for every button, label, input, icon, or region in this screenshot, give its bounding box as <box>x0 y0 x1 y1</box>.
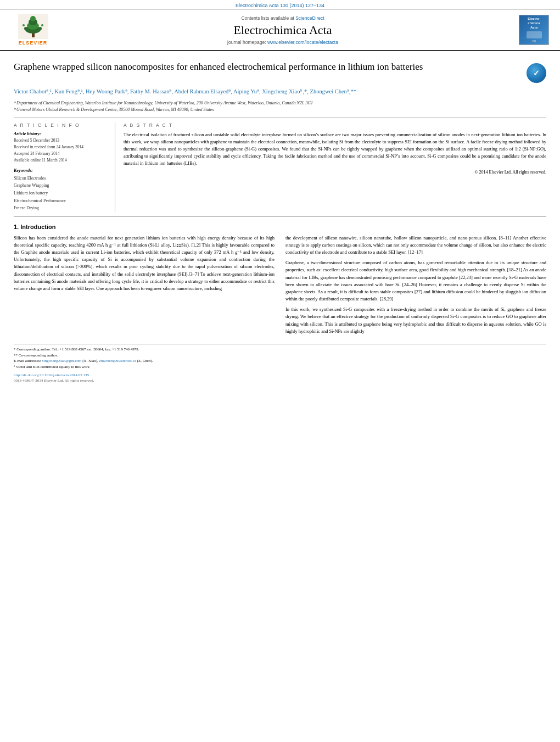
article-info-abstract-section: A R T I C L E I N F O Article history: R… <box>14 122 546 212</box>
journal-logo-text: Electro-chimicaActa <box>528 17 540 30</box>
footnote-double-star: ** Co-corresponding author. <box>14 353 546 359</box>
intro-col1-para1: Silicon has been considered the anode ma… <box>14 235 275 292</box>
affiliations: ᵃ Department of Chemical Engineering, Wa… <box>14 100 546 113</box>
doi-link[interactable]: http://dx.doi.org/10.1016/j.electacta.20… <box>14 373 89 377</box>
sciencedirect-link[interactable]: ScienceDirect <box>295 15 324 21</box>
journal-title-block: Contents lists available at ScienceDirec… <box>55 15 511 45</box>
journal-header: ELSEVIER Contents lists available at Sci… <box>0 10 560 51</box>
abstract-column: A B S T R A C T The electrical isolation… <box>124 122 546 212</box>
top-banner: Electrochimica Acta 130 (2014) 127–134 <box>0 0 560 10</box>
elsevier-brand-text: ELSEVIER <box>19 40 48 46</box>
accepted-date: Accepted 24 February 2014 <box>14 150 108 157</box>
keywords-label: Keywords: <box>14 168 108 173</box>
journal-name: Electrochimica Acta <box>55 23 511 37</box>
authors-line: Victor Chabotᵃ,¹, Kun Fengᵃ,¹, Hey Woong… <box>14 87 546 97</box>
footnote-email: E-mail addresses: xingcheng.xiao@gm.com … <box>14 358 546 364</box>
divider-1 <box>14 118 546 118</box>
svg-point-8 <box>23 24 25 26</box>
available-date: Available online 11 March 2014 <box>14 157 108 164</box>
keyword-2: Graphene Wrapping <box>14 182 108 189</box>
abstract-copyright: © 2014 Elsevier Ltd. All rights reserved… <box>124 170 546 175</box>
email-link-2[interactable]: zhwchen@uwaterloo.ca <box>99 359 136 363</box>
elsevier-tree-icon <box>18 14 48 39</box>
email-link-1[interactable]: xingcheng.xiao@gm.com <box>42 359 81 363</box>
article-main: Graphene wrapped silicon nanocomposites … <box>0 51 560 389</box>
issn-copyright: 0013-4686/© 2014 Elsevier Ltd. All right… <box>14 378 546 383</box>
crossmark-badge[interactable]: ✓ <box>527 63 546 83</box>
intro-col-1: Silicon has been considered the anode ma… <box>14 235 275 338</box>
journal-logo-box: Electro-chimicaActa ISI <box>519 15 549 45</box>
contents-available-text: Contents lists available at ScienceDirec… <box>55 15 511 21</box>
received-date: Received 5 December 2013 <box>14 137 108 144</box>
abstract-header: A B S T R A C T <box>124 122 546 128</box>
keyword-3: Lithium ion battery <box>14 189 108 197</box>
received-revised-date: Received in revised form 24 January 2014 <box>14 144 108 150</box>
article-history: Article history: Received 5 December 201… <box>14 131 108 164</box>
article-title: Graphene wrapped silicon nanocomposites … <box>14 61 527 74</box>
journal-logo-right: Electro-chimicaActa ISI <box>511 15 549 45</box>
footnote-equal-contrib: ¹ Victor and Kun contributed equally to … <box>14 364 546 370</box>
affiliation-b: ᵇ General Motors Global Research & Devel… <box>14 107 546 113</box>
affiliation-a: ᵃ Department of Chemical Engineering, Wa… <box>14 100 546 107</box>
intro-col2-para1: the development of silicon nanowire, sil… <box>285 235 546 335</box>
svg-point-9 <box>41 24 43 26</box>
introduction-body: Silicon has been considered the anode ma… <box>14 235 546 338</box>
keyword-4: Electrochemical Performance <box>14 197 108 205</box>
svg-point-6 <box>24 27 27 30</box>
footnotes-section: * Corresponding author. Tel.: +1 519 888… <box>14 344 546 370</box>
keyword-5: Freeze Drying <box>14 204 108 212</box>
journal-homepage: journal homepage: www.elsevier.com/locat… <box>55 40 511 45</box>
keywords-section: Keywords: Silicon Electrodes Graphene Wr… <box>14 168 108 212</box>
article-title-section: Graphene wrapped silicon nanocomposites … <box>14 57 546 83</box>
elsevier-logo: ELSEVIER <box>11 14 55 46</box>
intro-col-2: the development of silicon nanowire, sil… <box>285 235 546 338</box>
article-info-header: A R T I C L E I N F O <box>14 122 108 128</box>
isi-badge: ISI <box>532 40 536 43</box>
article-info-column: A R T I C L E I N F O Article history: R… <box>14 122 115 212</box>
divider-2 <box>14 216 546 217</box>
journal-reference: Electrochimica Acta 130 (2014) 127–134 <box>236 3 324 8</box>
keyword-1: Silicon Electrodes <box>14 175 108 182</box>
footnote-star: * Corresponding author. Tel.: +1 519 888… <box>14 347 546 353</box>
svg-point-7 <box>38 27 42 30</box>
history-label: Article history: <box>14 131 108 136</box>
bottom-links: http://dx.doi.org/10.1016/j.electacta.20… <box>14 373 546 383</box>
crossmark-icon: ✓ <box>527 63 546 83</box>
introduction-title: 1. Introduction <box>14 224 546 230</box>
homepage-link[interactable]: www.elsevier.com/locate/electacta <box>267 40 338 45</box>
abstract-text: The electrical isolation of fractured si… <box>124 131 546 168</box>
svg-point-5 <box>30 16 36 21</box>
